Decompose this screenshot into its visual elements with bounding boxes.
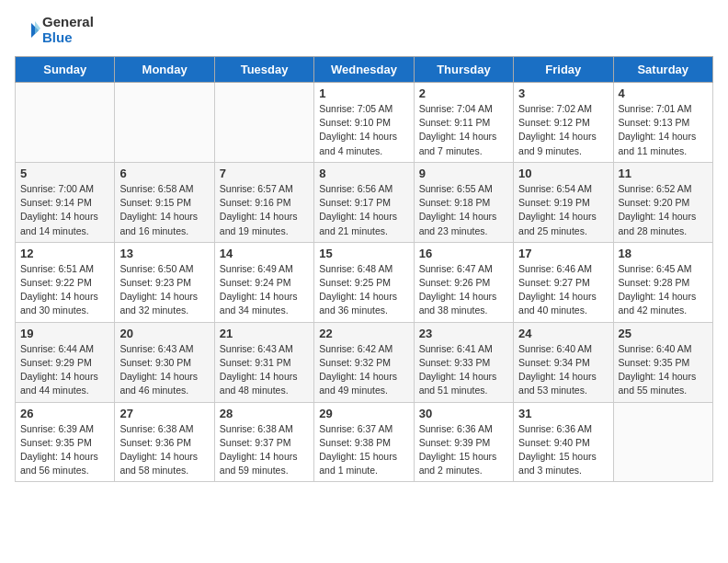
day-info: Sunrise: 6:40 AM Sunset: 9:35 PM Dayligh… — [619, 342, 708, 398]
day-number: 31 — [518, 407, 608, 420]
calendar-table: SundayMondayTuesdayWednesdayThursdayFrid… — [15, 56, 713, 482]
day-number: 5 — [20, 167, 109, 180]
calendar-cell: 3Sunrise: 7:02 AM Sunset: 9:12 PM Daylig… — [514, 83, 613, 163]
header-friday: Friday — [514, 57, 613, 83]
day-number: 9 — [419, 167, 508, 180]
day-info: Sunrise: 6:45 AM Sunset: 9:28 PM Dayligh… — [619, 262, 708, 318]
day-info: Sunrise: 6:48 AM Sunset: 9:25 PM Dayligh… — [319, 262, 408, 318]
day-info: Sunrise: 6:38 AM Sunset: 9:36 PM Dayligh… — [119, 422, 209, 478]
calendar-cell: 10Sunrise: 6:54 AM Sunset: 9:19 PM Dayli… — [514, 162, 613, 242]
day-info: Sunrise: 6:42 AM Sunset: 9:32 PM Dayligh… — [319, 342, 408, 398]
day-number: 20 — [119, 327, 209, 340]
logo-text: General Blue — [42, 15, 94, 45]
header-tuesday: Tuesday — [214, 57, 313, 83]
day-info: Sunrise: 7:01 AM Sunset: 9:13 PM Dayligh… — [619, 102, 708, 158]
day-number: 13 — [119, 247, 209, 260]
calendar-cell — [613, 402, 712, 482]
day-info: Sunrise: 6:50 AM Sunset: 9:23 PM Dayligh… — [119, 262, 209, 318]
day-number: 16 — [419, 247, 508, 260]
calendar-cell: 17Sunrise: 6:46 AM Sunset: 9:27 PM Dayli… — [514, 242, 613, 322]
svg-marker-1 — [35, 21, 40, 34]
day-number: 21 — [220, 327, 309, 340]
day-info: Sunrise: 6:49 AM Sunset: 9:24 PM Dayligh… — [220, 262, 309, 318]
day-info: Sunrise: 6:52 AM Sunset: 9:20 PM Dayligh… — [619, 182, 708, 238]
logo-container: General Blue — [15, 15, 94, 45]
logo: General Blue — [15, 15, 94, 45]
calendar-cell: 28Sunrise: 6:38 AM Sunset: 9:37 PM Dayli… — [214, 402, 313, 482]
calendar-cell: 5Sunrise: 7:00 AM Sunset: 9:14 PM Daylig… — [16, 162, 115, 242]
calendar-cell: 31Sunrise: 6:36 AM Sunset: 9:40 PM Dayli… — [514, 402, 613, 482]
day-number: 15 — [319, 247, 408, 260]
calendar-cell: 1Sunrise: 7:05 AM Sunset: 9:10 PM Daylig… — [314, 83, 414, 163]
calendar-cell: 22Sunrise: 6:42 AM Sunset: 9:32 PM Dayli… — [314, 322, 414, 402]
day-number: 10 — [518, 167, 608, 180]
day-number: 27 — [119, 407, 209, 420]
day-number: 17 — [518, 247, 608, 260]
day-number: 2 — [419, 86, 508, 100]
day-number: 29 — [319, 407, 408, 420]
day-info: Sunrise: 6:38 AM Sunset: 9:37 PM Dayligh… — [220, 422, 309, 478]
calendar-week-row: 12Sunrise: 6:51 AM Sunset: 9:22 PM Dayli… — [16, 242, 713, 322]
day-info: Sunrise: 6:56 AM Sunset: 9:17 PM Dayligh… — [319, 182, 408, 238]
day-info: Sunrise: 6:55 AM Sunset: 9:18 PM Dayligh… — [419, 182, 508, 238]
day-info: Sunrise: 6:43 AM Sunset: 9:31 PM Dayligh… — [220, 342, 309, 398]
day-info: Sunrise: 6:41 AM Sunset: 9:33 PM Dayligh… — [419, 342, 508, 398]
day-number: 6 — [119, 167, 209, 180]
calendar-cell: 12Sunrise: 6:51 AM Sunset: 9:22 PM Dayli… — [16, 242, 115, 322]
calendar-week-row: 1Sunrise: 7:05 AM Sunset: 9:10 PM Daylig… — [16, 83, 713, 163]
calendar-cell: 23Sunrise: 6:41 AM Sunset: 9:33 PM Dayli… — [414, 322, 513, 402]
day-info: Sunrise: 6:43 AM Sunset: 9:30 PM Dayligh… — [119, 342, 209, 398]
day-number: 14 — [220, 247, 309, 260]
logo-bird-icon — [15, 17, 40, 43]
day-info: Sunrise: 6:51 AM Sunset: 9:22 PM Dayligh… — [20, 262, 109, 318]
day-number: 26 — [20, 407, 109, 420]
day-number: 4 — [619, 86, 708, 100]
day-number: 25 — [619, 327, 708, 340]
calendar-cell: 6Sunrise: 6:58 AM Sunset: 9:15 PM Daylig… — [115, 162, 214, 242]
day-info: Sunrise: 7:00 AM Sunset: 9:14 PM Dayligh… — [20, 182, 109, 238]
calendar-cell: 15Sunrise: 6:48 AM Sunset: 9:25 PM Dayli… — [314, 242, 414, 322]
calendar-cell: 24Sunrise: 6:40 AM Sunset: 9:34 PM Dayli… — [514, 322, 613, 402]
calendar-cell: 9Sunrise: 6:55 AM Sunset: 9:18 PM Daylig… — [414, 162, 513, 242]
day-number: 19 — [20, 327, 109, 340]
calendar-cell: 25Sunrise: 6:40 AM Sunset: 9:35 PM Dayli… — [613, 322, 712, 402]
calendar-cell — [16, 83, 115, 163]
header-wednesday: Wednesday — [314, 57, 414, 83]
header-saturday: Saturday — [613, 57, 712, 83]
calendar-cell: 7Sunrise: 6:57 AM Sunset: 9:16 PM Daylig… — [214, 162, 313, 242]
calendar-cell: 29Sunrise: 6:37 AM Sunset: 9:38 PM Dayli… — [314, 402, 414, 482]
day-number: 28 — [220, 407, 309, 420]
calendar-cell: 21Sunrise: 6:43 AM Sunset: 9:31 PM Dayli… — [214, 322, 313, 402]
calendar-week-row: 19Sunrise: 6:44 AM Sunset: 9:29 PM Dayli… — [16, 322, 713, 402]
day-number: 24 — [518, 327, 608, 340]
calendar-cell: 30Sunrise: 6:36 AM Sunset: 9:39 PM Dayli… — [414, 402, 513, 482]
day-info: Sunrise: 6:37 AM Sunset: 9:38 PM Dayligh… — [319, 422, 408, 478]
calendar-cell: 4Sunrise: 7:01 AM Sunset: 9:13 PM Daylig… — [613, 83, 712, 163]
day-number: 11 — [619, 167, 708, 180]
day-info: Sunrise: 6:46 AM Sunset: 9:27 PM Dayligh… — [518, 262, 608, 318]
day-info: Sunrise: 6:39 AM Sunset: 9:35 PM Dayligh… — [20, 422, 109, 478]
header-sunday: Sunday — [16, 57, 115, 83]
day-info: Sunrise: 6:47 AM Sunset: 9:26 PM Dayligh… — [419, 262, 508, 318]
day-info: Sunrise: 6:36 AM Sunset: 9:40 PM Dayligh… — [518, 422, 608, 478]
calendar-cell: 14Sunrise: 6:49 AM Sunset: 9:24 PM Dayli… — [214, 242, 313, 322]
calendar-cell: 19Sunrise: 6:44 AM Sunset: 9:29 PM Dayli… — [16, 322, 115, 402]
calendar-cell: 8Sunrise: 6:56 AM Sunset: 9:17 PM Daylig… — [314, 162, 414, 242]
calendar-cell: 11Sunrise: 6:52 AM Sunset: 9:20 PM Dayli… — [613, 162, 712, 242]
calendar-week-row: 5Sunrise: 7:00 AM Sunset: 9:14 PM Daylig… — [16, 162, 713, 242]
day-info: Sunrise: 6:40 AM Sunset: 9:34 PM Dayligh… — [518, 342, 608, 398]
calendar-header-row: SundayMondayTuesdayWednesdayThursdayFrid… — [16, 57, 713, 83]
day-info: Sunrise: 7:05 AM Sunset: 9:10 PM Dayligh… — [319, 102, 408, 158]
day-info: Sunrise: 6:36 AM Sunset: 9:39 PM Dayligh… — [419, 422, 508, 478]
day-number: 18 — [619, 247, 708, 260]
day-number: 8 — [319, 167, 408, 180]
day-info: Sunrise: 6:44 AM Sunset: 9:29 PM Dayligh… — [20, 342, 109, 398]
day-info: Sunrise: 6:58 AM Sunset: 9:15 PM Dayligh… — [119, 182, 209, 238]
calendar-cell — [115, 83, 214, 163]
page-header: General Blue — [15, 15, 713, 45]
calendar-cell: 13Sunrise: 6:50 AM Sunset: 9:23 PM Dayli… — [115, 242, 214, 322]
calendar-cell: 16Sunrise: 6:47 AM Sunset: 9:26 PM Dayli… — [414, 242, 513, 322]
day-number: 12 — [20, 247, 109, 260]
day-info: Sunrise: 7:02 AM Sunset: 9:12 PM Dayligh… — [518, 102, 608, 158]
calendar-cell: 26Sunrise: 6:39 AM Sunset: 9:35 PM Dayli… — [16, 402, 115, 482]
